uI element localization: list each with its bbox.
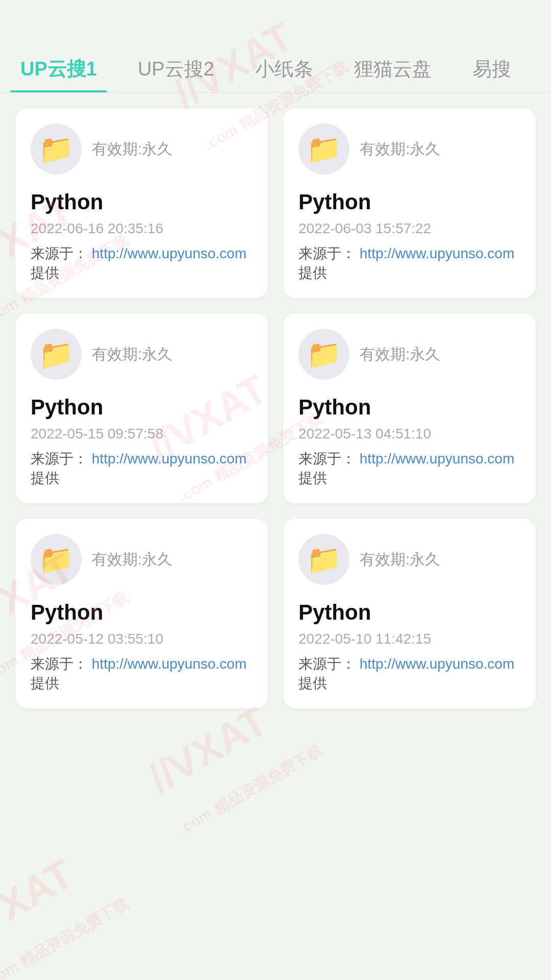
validity-label: 有效期:永久 — [360, 549, 440, 570]
card-date: 2022-06-16 20:35:16 — [31, 220, 253, 237]
folder-icon-wrap: 📁 — [298, 534, 349, 585]
card-date: 2022-05-15 09:57:58 — [31, 426, 253, 442]
validity-label: 有效期:永久 — [360, 139, 440, 160]
tab-xiaozhitiao[interactable]: 小纸条 — [235, 46, 334, 92]
card-source: 来源于： http://www.upyunso.com提供 — [31, 654, 253, 693]
source-link[interactable]: http://www.upyunso.com — [92, 246, 246, 261]
card-header: 📁 有效期:永久 — [298, 329, 520, 380]
folder-icon-wrap: 📁 — [31, 124, 82, 175]
tab-bar: UP云搜1 UP云搜2 小纸条 狸猫云盘 易搜 — [0, 36, 551, 93]
card-date: 2022-05-10 11:42:15 — [298, 631, 520, 647]
card-header: 📁 有效期:永久 — [31, 329, 253, 380]
validity-label: 有效期:永久 — [360, 344, 440, 365]
card-header: 📁 有效期:永久 — [298, 124, 520, 175]
card-source: 来源于： http://www.upyunso.com提供 — [298, 654, 520, 693]
card-date: 2022-05-12 03:55:10 — [31, 631, 253, 647]
card-source: 来源于： http://www.upyunso.com提供 — [298, 244, 520, 283]
card-title: Python — [31, 190, 253, 214]
source-link[interactable]: http://www.upyunso.com — [92, 451, 246, 467]
folder-icon: 📁 — [39, 133, 74, 166]
list-item[interactable]: 📁 有效期:永久 Python 2022-06-03 15:57:22 来源于：… — [283, 108, 536, 298]
source-link[interactable]: http://www.upyunso.com — [360, 451, 514, 467]
card-date: 2022-06-03 15:57:22 — [298, 220, 520, 237]
folder-icon-wrap: 📁 — [298, 124, 349, 175]
card-header: 📁 有效期:永久 — [31, 534, 253, 585]
source-link[interactable]: http://www.upyunso.com — [92, 656, 246, 672]
validity-label: 有效期:永久 — [92, 344, 172, 365]
source-link[interactable]: http://www.upyunso.com — [360, 246, 514, 261]
source-link[interactable]: http://www.upyunso.com — [360, 656, 514, 672]
folder-icon-wrap: 📁 — [31, 329, 82, 380]
list-item[interactable]: 📁 有效期:永久 Python 2022-06-16 20:35:16 来源于：… — [15, 108, 268, 298]
tab-up-yunso2[interactable]: UP云搜2 — [117, 46, 235, 92]
list-item[interactable]: 📁 有效期:永久 Python 2022-05-15 09:57:58 来源于：… — [15, 313, 268, 503]
card-title: Python — [298, 190, 520, 214]
card-header: 📁 有效期:永久 — [31, 124, 253, 175]
card-title: Python — [31, 600, 253, 625]
card-header: 📁 有效期:永久 — [298, 534, 520, 585]
cards-grid: 📁 有效期:永久 Python 2022-06-16 20:35:16 来源于：… — [0, 93, 551, 724]
card-source: 来源于： http://www.upyunso.com提供 — [31, 449, 253, 488]
tab-up-yunso1[interactable]: UP云搜1 — [0, 46, 117, 92]
card-date: 2022-05-13 04:51:10 — [298, 426, 520, 442]
list-item[interactable]: 📁 有效期:永久 Python 2022-05-13 04:51:10 来源于：… — [283, 313, 536, 503]
tab-limao-yunpan[interactable]: 狸猫云盘 — [334, 46, 452, 92]
validity-label: 有效期:永久 — [92, 139, 172, 160]
folder-icon: 📁 — [39, 543, 74, 576]
header — [0, 0, 551, 36]
validity-label: 有效期:永久 — [92, 549, 172, 570]
folder-icon: 📁 — [307, 133, 342, 166]
folder-icon-wrap: 📁 — [298, 329, 349, 380]
card-title: Python — [298, 600, 520, 625]
card-title: Python — [31, 395, 253, 420]
tab-yisou[interactable]: 易搜 — [452, 46, 532, 92]
folder-icon-wrap: 📁 — [31, 534, 82, 585]
list-item[interactable]: 📁 有效期:永久 Python 2022-05-10 11:42:15 来源于：… — [283, 519, 536, 708]
list-item[interactable]: 📁 有效期:永久 Python 2022-05-12 03:55:10 来源于：… — [15, 519, 268, 708]
folder-icon: 📁 — [39, 338, 74, 371]
folder-icon: 📁 — [307, 543, 342, 576]
folder-icon: 📁 — [307, 338, 342, 371]
card-title: Python — [298, 395, 520, 420]
card-source: 来源于： http://www.upyunso.com提供 — [31, 244, 253, 283]
card-source: 来源于： http://www.upyunso.com提供 — [298, 449, 520, 488]
